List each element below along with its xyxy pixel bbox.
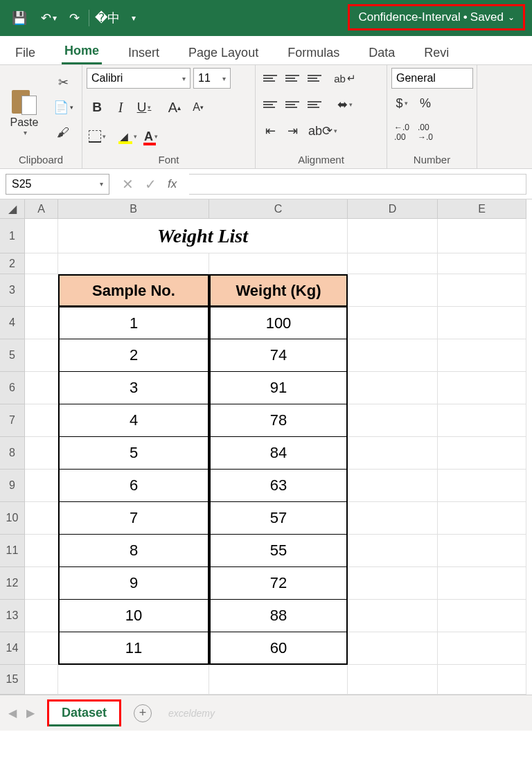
cell[interactable]: [438, 253, 526, 274]
cell[interactable]: [348, 470, 438, 502]
tab-formulas[interactable]: Formulas: [285, 40, 342, 64]
cell[interactable]: [25, 274, 58, 307]
font-size-combo[interactable]: 11▾: [193, 68, 231, 89]
cell[interactable]: [25, 600, 58, 632]
cut-button[interactable]: ✂: [48, 72, 78, 93]
borders-button[interactable]: ▾: [87, 126, 107, 147]
cell[interactable]: [348, 632, 438, 665]
align-right-button[interactable]: [304, 94, 325, 115]
cell[interactable]: [58, 665, 209, 695]
cell[interactable]: [438, 307, 526, 339]
cell[interactable]: [348, 404, 438, 437]
grow-font-button[interactable]: A▴: [164, 97, 185, 118]
table-cell[interactable]: 88: [209, 600, 348, 632]
add-sheet-button[interactable]: +: [134, 704, 152, 722]
tab-review[interactable]: Revi: [421, 40, 452, 64]
enter-icon[interactable]: ✓: [145, 176, 157, 193]
bold-button[interactable]: B: [87, 97, 107, 118]
cell[interactable]: [25, 567, 58, 600]
cell[interactable]: [438, 535, 526, 567]
tab-data[interactable]: Data: [366, 40, 398, 64]
increase-decimal-button[interactable]: ←.0.00: [391, 122, 412, 143]
row-header[interactable]: 11: [0, 535, 25, 567]
next-sheet-button[interactable]: ▶: [26, 706, 35, 720]
table-cell[interactable]: 84: [209, 437, 348, 470]
cell[interactable]: [348, 307, 438, 339]
table-cell[interactable]: 6: [58, 470, 209, 502]
table-cell[interactable]: 55: [209, 535, 348, 567]
save-icon[interactable]: 💾: [6, 4, 33, 32]
font-name-combo[interactable]: Calibri▾: [87, 68, 190, 89]
cell[interactable]: [438, 470, 526, 502]
increase-indent-button[interactable]: ⇥: [282, 120, 303, 141]
align-bottom-button[interactable]: [304, 68, 325, 89]
cell[interactable]: [209, 665, 348, 695]
decrease-indent-button[interactable]: ⇤: [260, 120, 281, 141]
row-header[interactable]: 9: [0, 470, 25, 502]
table-cell[interactable]: 60: [209, 632, 348, 665]
cell[interactable]: [438, 600, 526, 632]
table-cell[interactable]: 11: [58, 632, 209, 665]
document-title[interactable]: Confidence-Interval • Saved ⌄: [348, 4, 525, 30]
cell[interactable]: [438, 632, 526, 665]
cell[interactable]: [438, 567, 526, 600]
table-cell[interactable]: 8: [58, 535, 209, 567]
align-top-button[interactable]: [260, 68, 281, 89]
cell[interactable]: [25, 437, 58, 470]
cell[interactable]: [25, 502, 58, 535]
align-center-button[interactable]: [282, 94, 303, 115]
merge-center-button[interactable]: ⬌▾: [335, 94, 355, 115]
font-color-button[interactable]: A▾: [141, 126, 161, 147]
tab-home[interactable]: Home: [62, 38, 102, 64]
qat-more-button[interactable]: ▾: [123, 4, 143, 32]
cell[interactable]: [25, 535, 58, 567]
row-header[interactable]: 15: [0, 665, 25, 695]
table-cell[interactable]: 74: [209, 339, 348, 372]
tab-page-layout[interactable]: Page Layout: [186, 40, 261, 64]
cell[interactable]: [438, 437, 526, 470]
table-cell[interactable]: 5: [58, 437, 209, 470]
table-cell[interactable]: 91: [209, 372, 348, 404]
italic-button[interactable]: I: [110, 97, 131, 118]
col-header-a[interactable]: A: [25, 199, 58, 219]
table-cell[interactable]: 3: [58, 372, 209, 404]
cell[interactable]: [25, 404, 58, 437]
cell[interactable]: [209, 253, 348, 274]
table-cell[interactable]: 1: [58, 307, 209, 339]
col-header-e[interactable]: E: [438, 199, 526, 219]
col-header-c[interactable]: C: [209, 199, 348, 219]
table-cell[interactable]: 2: [58, 339, 209, 372]
underline-button[interactable]: U▾: [134, 97, 154, 118]
cell[interactable]: [348, 600, 438, 632]
sheet-tab-dataset[interactable]: Dataset: [47, 699, 121, 726]
sheet-title-cell[interactable]: Weight List: [58, 219, 348, 253]
table-cell[interactable]: 72: [209, 567, 348, 600]
table-cell[interactable]: 7: [58, 502, 209, 535]
row-header[interactable]: 2: [0, 253, 25, 274]
cell[interactable]: [25, 253, 58, 274]
align-middle-button[interactable]: [282, 68, 303, 89]
cell[interactable]: [25, 219, 58, 253]
cell[interactable]: [348, 502, 438, 535]
cell[interactable]: [58, 253, 209, 274]
orientation-button[interactable]: ab⟳▾: [312, 120, 333, 141]
formula-input[interactable]: [189, 174, 526, 195]
paste-button[interactable]: Paste ▾: [4, 68, 44, 152]
cell[interactable]: [25, 372, 58, 404]
row-header[interactable]: 5: [0, 339, 25, 372]
select-all-corner[interactable]: ◢: [0, 199, 25, 219]
table-cell[interactable]: 57: [209, 502, 348, 535]
copy-button[interactable]: 📄▾: [48, 97, 78, 118]
cell[interactable]: [348, 567, 438, 600]
cell[interactable]: [348, 437, 438, 470]
number-format-combo[interactable]: General: [391, 68, 473, 89]
row-header[interactable]: 6: [0, 372, 25, 404]
cell[interactable]: [25, 632, 58, 665]
row-header[interactable]: 4: [0, 307, 25, 339]
row-header[interactable]: 14: [0, 632, 25, 665]
cell[interactable]: [438, 665, 526, 695]
row-header[interactable]: 10: [0, 502, 25, 535]
table-cell[interactable]: 78: [209, 404, 348, 437]
table-cell[interactable]: 63: [209, 470, 348, 502]
cell[interactable]: [438, 339, 526, 372]
